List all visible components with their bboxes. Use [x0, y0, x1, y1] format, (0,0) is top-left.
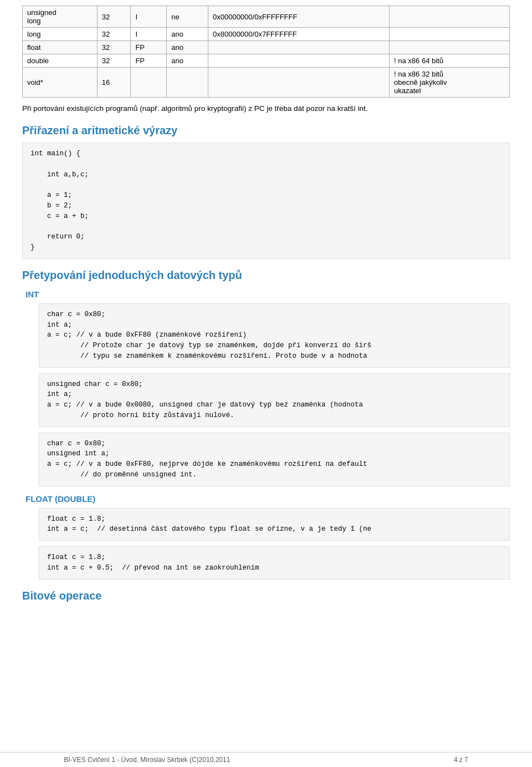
signed-cell: ano [167, 41, 208, 54]
section3-heading: Bitové operace [22, 590, 510, 602]
cat-cell: I [131, 6, 167, 28]
float-code-block-2: float c = 1.8; int a = c + 0.5; // převo… [39, 546, 510, 580]
cat-cell: FP [131, 41, 167, 54]
type-cell: long [23, 28, 98, 41]
table-row: double 32 FP ano ! na x86 64 bitů [23, 54, 510, 68]
bits-cell: 16 [97, 68, 131, 98]
cat-cell [131, 68, 167, 98]
intro-paragraph: Při portování existujících programů (nap… [22, 103, 510, 114]
range-cell [208, 41, 389, 54]
section2-heading: Přetypování jednoduchých datových typů [22, 269, 510, 282]
int-code-block-3: char c = 0x80; unsigned int a; a = c; //… [39, 433, 510, 486]
table-row: unsignedlong 32 I ne 0x00000000/0xFFFFFF… [23, 6, 510, 28]
range-cell: 0x00000000/0xFFFFFFFF [208, 6, 389, 28]
bits-cell: 32 [97, 41, 131, 54]
section1-heading: Přiřazení a aritmetické výrazy [22, 124, 510, 137]
page-content: unsignedlong 32 I ne 0x00000000/0xFFFFFF… [0, 0, 532, 641]
type-cell: double [23, 54, 98, 68]
section1-code: int main() { int a,b,c; a = 1; b = 2; c … [22, 143, 510, 259]
bits-cell: 32 [97, 54, 131, 68]
int-code-block-1: char c = 0x80; int a; a = c; // v a bude… [39, 303, 510, 368]
bits-cell: 32 [97, 6, 131, 28]
page-number: 4 z 7 [454, 756, 468, 764]
float-code-block-1: float c = 1.8; int a = c; // desetinná č… [39, 508, 510, 541]
int-subsection-label: INT [25, 289, 510, 299]
float-subsection-label: FLOAT (DOUBLE) [25, 494, 510, 504]
data-types-table: unsignedlong 32 I ne 0x00000000/0xFFFFFF… [22, 6, 510, 98]
note-cell [390, 6, 510, 28]
range-cell: 0x80000000/0x7FFFFFFF [208, 28, 389, 41]
int-code-block-2: unsigned char c = 0x80; int a; a = c; //… [39, 373, 510, 427]
note-cell: ! na x86 32 bitůobecně jakýkolivukazatel [390, 68, 510, 98]
note-cell: ! na x86 64 bitů [390, 54, 510, 68]
footer: BI-VES Cvičení 1 - Úvod, Miroslav Skrbek… [0, 752, 532, 767]
signed-cell: ano [167, 28, 208, 41]
type-cell: unsignedlong [23, 6, 98, 28]
table-row: void* 16 ! na x86 32 bitůobecně jakýkoli… [23, 68, 510, 98]
cat-cell: I [131, 28, 167, 41]
signed-cell: ne [167, 6, 208, 28]
signed-cell [167, 68, 208, 98]
range-cell [208, 54, 389, 68]
signed-cell: ano [167, 54, 208, 68]
cat-cell: FP [131, 54, 167, 68]
note-cell [390, 28, 510, 41]
type-cell: float [23, 41, 98, 54]
footer-text: BI-VES Cvičení 1 - Úvod, Miroslav Skrbek… [64, 756, 230, 764]
table-row: long 32 I ano 0x80000000/0x7FFFFFFF [23, 28, 510, 41]
table-row: float 32 FP ano [23, 41, 510, 54]
range-cell [208, 68, 389, 98]
note-cell [390, 41, 510, 54]
type-cell: void* [23, 68, 98, 98]
top-table-section: unsignedlong 32 I ne 0x00000000/0xFFFFFF… [22, 6, 510, 98]
bits-cell: 32 [97, 28, 131, 41]
